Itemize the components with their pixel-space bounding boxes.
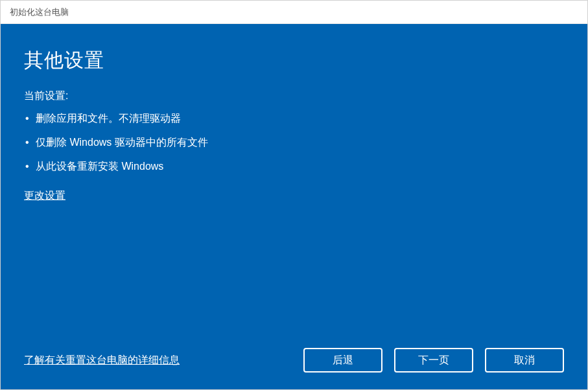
- cancel-button[interactable]: 取消: [485, 348, 564, 373]
- back-button[interactable]: 后退: [303, 348, 382, 373]
- page-heading: 其他设置: [24, 47, 564, 74]
- settings-list-item: 仅删除 Windows 驱动器中的所有文件: [24, 136, 564, 150]
- reset-pc-dialog: 初始化这台电脑 其他设置 当前设置: 删除应用和文件。不清理驱动器 仅删除 Wi…: [0, 0, 588, 390]
- settings-list-item: 删除应用和文件。不清理驱动器: [24, 112, 564, 126]
- window-title: 初始化这台电脑: [10, 6, 69, 18]
- dialog-footer: 了解有关重置这台电脑的详细信息 后退 下一页 取消: [24, 348, 564, 373]
- next-button[interactable]: 下一页: [394, 348, 473, 373]
- settings-list-item: 从此设备重新安装 Windows: [24, 160, 564, 174]
- dialog-content: 其他设置 当前设置: 删除应用和文件。不清理驱动器 仅删除 Windows 驱动…: [1, 24, 587, 389]
- titlebar: 初始化这台电脑: [1, 1, 587, 24]
- change-settings-link[interactable]: 更改设置: [24, 189, 65, 203]
- button-row: 后退 下一页 取消: [303, 348, 564, 373]
- current-settings-label: 当前设置:: [24, 89, 564, 103]
- learn-more-link[interactable]: 了解有关重置这台电脑的详细信息: [24, 354, 180, 367]
- settings-list: 删除应用和文件。不清理驱动器 仅删除 Windows 驱动器中的所有文件 从此设…: [24, 112, 564, 184]
